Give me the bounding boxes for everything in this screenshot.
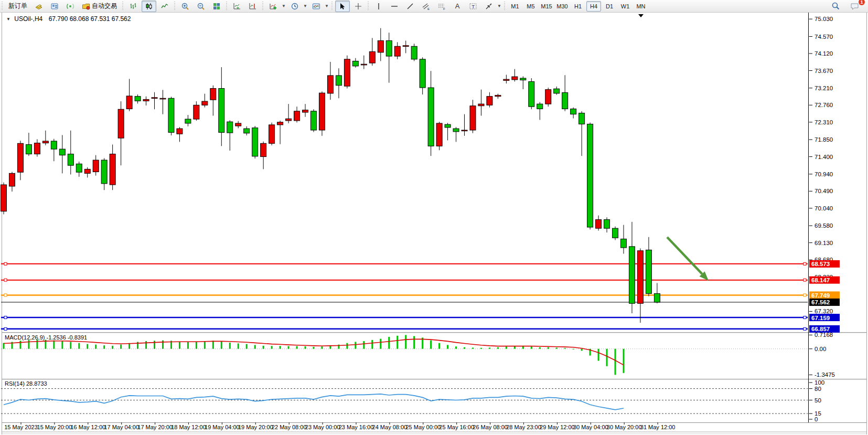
bar-chart-icon (129, 2, 137, 10)
line-handle[interactable] (4, 262, 7, 265)
candle (168, 98, 174, 132)
timeframe-group: M1M5M15M30H1H4D1W1MN (507, 1, 649, 12)
line-handle[interactable] (803, 279, 806, 281)
svg-text:16 May 12:00: 16 May 12:00 (70, 424, 105, 430)
toolbar-grip[interactable] (367, 2, 369, 10)
signals-icon (66, 2, 74, 10)
toolbar-grip[interactable] (331, 2, 333, 10)
candle (68, 154, 73, 166)
notifications-button[interactable]: 1 (848, 1, 862, 12)
cursor-icon (338, 2, 347, 10)
candle (545, 90, 551, 104)
toolbar-grip[interactable] (122, 2, 124, 10)
horizontal-line-tool[interactable] (387, 1, 402, 12)
candle (436, 123, 442, 146)
text-tool[interactable]: A (450, 1, 465, 12)
ohlc-readout: 67.790 68.068 67.531 67.562 (49, 15, 131, 23)
timeframe-m30[interactable]: M30 (555, 1, 570, 12)
toolbar-grip[interactable] (226, 2, 228, 10)
candle (529, 81, 534, 107)
timeframe-m1[interactable]: M1 (508, 1, 522, 12)
toolbar-grip[interactable] (1, 2, 3, 10)
line-handle[interactable] (803, 327, 806, 330)
templates-dropdown[interactable]: ▼ (324, 1, 329, 12)
candle (369, 51, 375, 63)
tile-windows-button[interactable] (209, 1, 224, 12)
equidistant-channel-tool[interactable]: E (419, 1, 433, 12)
bar-chart-button[interactable] (126, 1, 141, 12)
line-handle[interactable] (4, 294, 7, 296)
candle (646, 250, 651, 293)
signals-button[interactable] (63, 1, 78, 12)
timeframe-h4[interactable]: H4 (586, 1, 601, 12)
toolbar-grip[interactable] (174, 2, 176, 10)
timeframe-h1[interactable]: H1 (571, 1, 585, 12)
line-chart-button[interactable] (157, 1, 172, 12)
zoom-in-button[interactable] (178, 1, 192, 12)
periods-button[interactable] (287, 1, 302, 12)
toolbar-grip[interactable] (503, 2, 506, 10)
candle (403, 46, 409, 47)
templates-button[interactable] (309, 1, 324, 12)
chart-menu-arrow-icon[interactable]: ▼ (6, 17, 10, 22)
candle (235, 123, 241, 126)
svg-text:0: 0 (815, 416, 818, 422)
line-handle[interactable] (4, 279, 7, 281)
indicators-icon (269, 2, 277, 10)
cursor-tool-button[interactable] (335, 1, 350, 12)
candlestick-chart-button[interactable] (142, 1, 156, 12)
line-handle[interactable] (803, 262, 806, 265)
timeframe-m5[interactable]: M5 (523, 1, 538, 12)
timeframe-mn[interactable]: MN (634, 1, 648, 12)
svg-text:67.159: 67.159 (811, 315, 830, 321)
candle (554, 89, 560, 93)
candle (562, 92, 568, 109)
chart-title: ▼ USOil-,H4 67.790 68.068 67.531 67.562 (6, 15, 131, 23)
toolbar-grip[interactable] (262, 2, 264, 10)
svg-text:68.573: 68.573 (811, 261, 830, 267)
label-letter: T (472, 4, 475, 9)
svg-text:74.570: 74.570 (815, 34, 833, 40)
chart-shift-button[interactable] (245, 1, 260, 12)
crosshair-tool-button[interactable] (351, 1, 366, 12)
timeframe-d1[interactable]: D1 (602, 1, 617, 12)
indicators-button[interactable] (266, 1, 281, 12)
candle (604, 220, 610, 229)
svg-text:25 May 16:00: 25 May 16:00 (439, 424, 474, 430)
periods-dropdown[interactable]: ▼ (303, 1, 308, 12)
candle (118, 109, 124, 138)
line-handle[interactable] (4, 327, 7, 330)
arrows-tool[interactable] (481, 1, 496, 12)
rsi-indicator-label: RSI(14) 28.8733 (5, 380, 47, 387)
market-watch-button[interactable] (47, 1, 62, 12)
trendline-tool[interactable] (403, 1, 417, 12)
indicators-dropdown[interactable]: ▼ (281, 1, 286, 12)
candle (59, 149, 65, 155)
clock-icon (291, 2, 299, 10)
candle (210, 89, 216, 100)
candle (571, 109, 576, 114)
zoom-out-button[interactable] (194, 1, 208, 12)
fibonacci-tool[interactable]: F (434, 1, 449, 12)
new-order-button[interactable]: 新订单 (5, 1, 30, 12)
autotrade-button[interactable]: 自动交易 (79, 1, 120, 12)
svg-text:75.030: 75.030 (815, 16, 833, 22)
svg-text:25 May 00:00: 25 May 00:00 (405, 424, 441, 430)
candle (453, 129, 459, 132)
text-label-tool[interactable]: T (466, 1, 480, 12)
line-handle[interactable] (803, 316, 806, 319)
vertical-line-tool[interactable] (371, 1, 386, 12)
line-handle[interactable] (4, 316, 7, 319)
line-handle[interactable] (803, 294, 806, 296)
search-button[interactable] (828, 1, 843, 12)
arrows-dropdown[interactable]: ▼ (497, 1, 502, 12)
svg-text:67.562: 67.562 (811, 299, 830, 305)
candle (478, 104, 484, 106)
candle (17, 143, 23, 172)
vertical-line-icon (374, 2, 383, 10)
chart-window-icon[interactable] (31, 1, 46, 12)
auto-scroll-button[interactable] (230, 1, 244, 12)
timeframe-w1[interactable]: W1 (618, 1, 633, 12)
candle (202, 101, 208, 105)
timeframe-m15[interactable]: M15 (539, 1, 554, 12)
